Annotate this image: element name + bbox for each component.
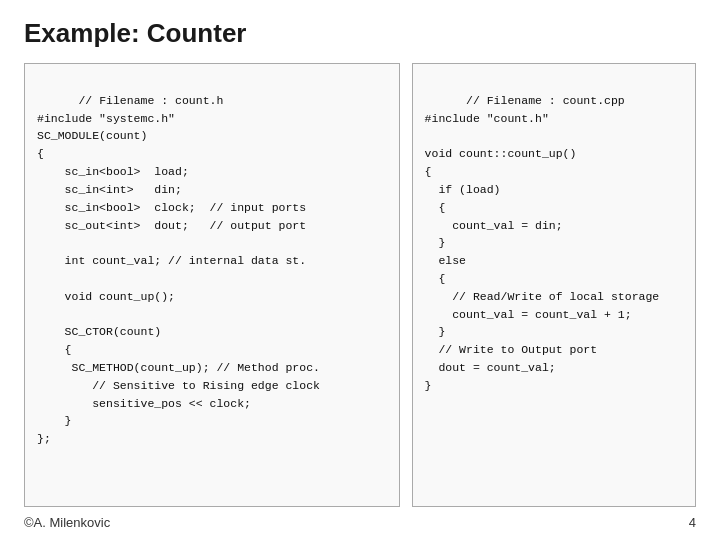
page-container: Example: Counter // Filename : count.h #… xyxy=(0,0,720,540)
left-code-box: // Filename : count.h #include "systemc.… xyxy=(24,63,400,507)
page-title: Example: Counter xyxy=(24,18,696,49)
right-code-text: // Filename : count.cpp #include "count.… xyxy=(425,94,660,392)
left-code-text: // Filename : count.h #include "systemc.… xyxy=(37,94,320,445)
footer: ©A. Milenkovic 4 xyxy=(24,515,696,530)
footer-credit: ©A. Milenkovic xyxy=(24,515,110,530)
right-code-box: // Filename : count.cpp #include "count.… xyxy=(412,63,696,507)
code-panels: // Filename : count.h #include "systemc.… xyxy=(24,63,696,507)
footer-page: 4 xyxy=(689,515,696,530)
